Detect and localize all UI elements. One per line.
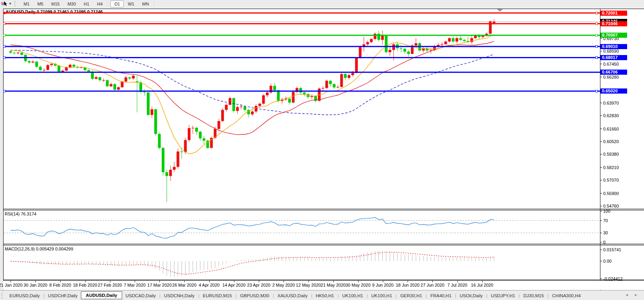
date-tick-mark — [135, 281, 135, 282]
panel-splitter[interactable] — [3, 209, 644, 209]
date-axis-label: 30 Jan 2020 — [24, 283, 48, 287]
date-tick-mark — [482, 281, 483, 282]
chart-tab-usdcad-daily[interactable]: USDCAD,Daily — [122, 292, 159, 300]
hline-price-label: 0.69010 — [600, 44, 627, 49]
date-tick-mark — [358, 281, 359, 282]
date-axis-label: 9 Jun 2020 — [372, 283, 393, 287]
hline-price-label: 0.65020 — [600, 88, 627, 94]
date-tick-mark — [383, 281, 383, 282]
hline-price-label: 0.71046 — [600, 21, 627, 26]
date-axis-label: 14 Apr 2020 — [222, 283, 245, 287]
date-tick-mark — [85, 281, 86, 282]
main-chart-panel[interactable] — [3, 9, 644, 209]
date-tick-mark — [234, 281, 234, 282]
date-axis-label: 16 Jul 2020 — [471, 283, 493, 287]
date-tick-mark — [209, 281, 210, 282]
date-axis-label: 27 Feb 2020 — [98, 283, 122, 287]
date-tick-mark — [333, 281, 334, 282]
date-axis-label: 7 Jul 2020 — [447, 283, 467, 287]
chart-tab-usdjpy-h1[interactable]: USDJPY,H1 — [488, 292, 518, 300]
chart-tab-bar: EURUSD,Daily|USDCHF,DailyAUDUSD,DailyUSD… — [0, 290, 644, 300]
date-axis-label: 7 Mar 2020 — [124, 283, 146, 287]
date-axis-label: 4 Apr 2020 — [199, 283, 220, 287]
chart-tab-china300-h4[interactable]: CHINA300,H4 — [549, 292, 584, 300]
date-tick-mark — [259, 281, 259, 282]
date-tick-mark — [60, 281, 60, 282]
date-axis-label: 12 May 2020 — [296, 283, 321, 287]
date-axis-label: 18 Feb 2020 — [73, 283, 97, 287]
date-tick-mark — [408, 281, 408, 282]
panel-splitter[interactable] — [3, 244, 644, 244]
timeframe-button-m1[interactable]: M1 — [20, 0, 33, 7]
chart-top-border — [3, 9, 644, 9]
date-tick-mark — [184, 281, 185, 282]
chart-ohlc-title: AUDUSD,Daily 0.71099 0.71461 0.71095 0.7… — [5, 9, 103, 14]
chart-tab-usdcnh-daily[interactable]: USDCNH,Daily — [161, 292, 198, 300]
date-axis-label: 17 Mar 2020 — [147, 283, 172, 287]
tab-scroll-left-icon[interactable]: ◄ — [625, 293, 631, 297]
chart-tab-gbpusd-m30[interactable]: GBPUSD,M30 — [237, 292, 272, 300]
date-axis-label: 23 Apr 2020 — [247, 283, 270, 287]
chart-tab-eurusd-daily[interactable]: EURUSD,Daily — [6, 292, 43, 300]
chart-tab-fra40-h1[interactable]: FRA40,H1 — [427, 292, 455, 300]
price-scale-separator — [600, 9, 600, 290]
hline-price-label: 0.70007 — [600, 33, 627, 38]
date-tick-mark — [35, 281, 36, 282]
chart-tab-usdchf-daily[interactable]: USDCHF,Daily — [45, 292, 80, 300]
toolbar-separator — [154, 1, 155, 7]
toolbar-grip[interactable] — [15, 1, 17, 6]
date-axis-label: 18 Jun 2020 — [396, 283, 420, 287]
panel-splitter[interactable] — [3, 280, 644, 280]
date-axis: 21 Jan 202030 Jan 20208 Feb 202018 Feb 2… — [3, 281, 644, 290]
chart-left-border — [3, 9, 4, 290]
date-tick-mark — [110, 281, 110, 282]
chart-tab-uk100-h1[interactable]: UK100,H1 — [339, 292, 366, 300]
timeframe-button-m5[interactable]: M5 — [33, 0, 47, 7]
rsi-panel[interactable] — [3, 210, 644, 244]
toolbar-separator — [108, 1, 109, 7]
tabbar-grip[interactable] — [2, 293, 6, 299]
chart-tab-xauusd-daily[interactable]: XAUUSD,Daily — [274, 292, 311, 300]
cursor-dropdown-caret[interactable]: ▼ — [9, 2, 12, 6]
panel-splitter[interactable] — [3, 245, 644, 245]
date-axis-label: 30 May 2020 — [346, 283, 371, 287]
date-tick-mark — [432, 281, 433, 282]
mt4-window: ▼ M1M5M15M30H1H4D1W1MN AUDUSD,Daily 0.71… — [0, 0, 644, 300]
chart-tab-hk50-h1[interactable]: HK50,H1 — [313, 292, 337, 300]
crosshair-cursor-icon[interactable] — [1, 1, 8, 7]
hline-price-label: 0.66706 — [600, 70, 627, 75]
date-axis-label: 8 Feb 2020 — [49, 283, 71, 287]
date-axis-label: 2 May 2020 — [272, 283, 295, 287]
chart-tab-ger30-h1[interactable]: GER30,H1 — [397, 292, 425, 300]
chart-tab-usoil-daily[interactable]: USOil,Daily — [456, 292, 486, 300]
timeframe-button-h4[interactable]: H4 — [93, 0, 106, 7]
chart-tab-uk100-h1[interactable]: UK100,H1 — [368, 292, 395, 300]
timeframe-button-mn[interactable]: MN — [138, 0, 153, 7]
timeframe-button-h1[interactable]: H1 — [80, 0, 93, 7]
date-axis-label: 21 Jan 2020 — [0, 283, 22, 287]
tab-scroll-right-icon[interactable]: ► — [634, 293, 640, 297]
date-axis-label: 27 Jun 2020 — [421, 283, 445, 287]
chart-tab-dj30-m15[interactable]: DJ30,M15 — [520, 292, 547, 300]
panel-splitter[interactable] — [3, 210, 644, 210]
date-tick-mark — [159, 281, 160, 282]
date-tick-mark — [11, 281, 11, 282]
date-tick-mark — [284, 281, 284, 282]
timeframe-button-d1[interactable]: D1 — [110, 0, 124, 7]
macd-indicator-label: MACD(12,26,9) 0.005429 0.004299 — [5, 247, 73, 251]
chart-tab-eurusd-m15[interactable]: EURUSD,M15 — [199, 292, 235, 300]
chart-shift-marker-icon[interactable] — [497, 9, 503, 12]
date-tick-mark — [457, 281, 458, 282]
hline-price-label: 0.72001 — [600, 11, 627, 16]
date-axis-label: 26 Mar 2020 — [172, 283, 197, 287]
toolbar: ▼ M1M5M15M30H1H4D1W1MN — [0, 0, 644, 7]
date-tick-mark — [308, 281, 309, 282]
hline-price-label: 0.68017 — [600, 55, 627, 60]
rsi-indicator-label: RSI(14) 76.3174 — [5, 212, 37, 216]
timeframe-button-m30[interactable]: M30 — [64, 0, 80, 7]
chart-tab-audusd-daily[interactable]: AUDUSD,Daily — [81, 291, 123, 299]
timeframe-button-m15[interactable]: M15 — [47, 0, 63, 7]
timeframe-button-w1[interactable]: W1 — [124, 0, 138, 7]
date-axis-label: 21 May 2020 — [321, 283, 346, 287]
